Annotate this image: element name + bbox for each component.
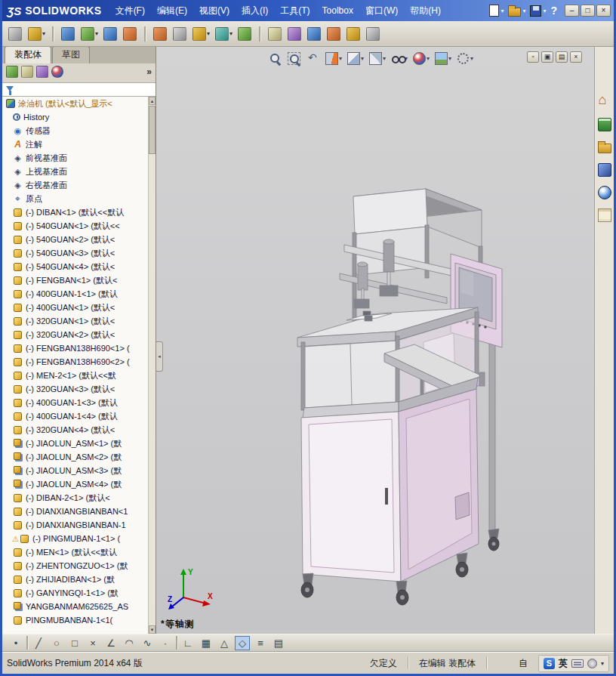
tree-item[interactable]: (-) 540GUAN<1> (默认<< [2,219,148,233]
tree-item[interactable]: (-) JIAOLUN_ASM<2> (默 [2,450,148,464]
ime-logo-icon[interactable]: S [544,658,555,669]
tree-item[interactable]: 涂油机 (默认<默认_显示< [2,97,148,110]
edit-appearance-icon[interactable]: ▾ [412,51,430,66]
menu-item[interactable]: 帮助(H) [404,0,447,21]
custom-properties-icon[interactable] [596,207,613,223]
tree-item[interactable]: (-) 540GUAN<4> (默认< [2,260,148,273]
keyboard-icon[interactable] [571,659,584,668]
toolbar-separator[interactable] [176,636,177,650]
doc-minimize-icon[interactable]: ▫ [527,51,539,63]
tree-item[interactable]: (-) 320GUAN<2> (默认< [2,328,148,341]
graphics-area[interactable]: ▾▾▾▾▾▾▾ ▫▣▤× ◂ Y X Z *等轴测 [156,47,594,634]
tree-item[interactable]: (-) 540GUAN<2> (默认< [2,233,148,246]
tree-item[interactable]: (-) 400GUAN-1<1> (默认 [2,287,148,301]
open-document-icon[interactable]: ▾ [508,5,525,17]
tree-item[interactable]: 注解 [2,137,148,151]
minimize-button[interactable]: – [565,5,579,17]
angle-snap-icon[interactable]: ∠ [103,636,119,650]
save-icon[interactable]: ▾ [530,5,546,17]
ime-menu-arrow-icon[interactable]: ▾ [601,660,604,667]
smart-fasteners-icon[interactable] [102,26,119,42]
apply-scene-icon[interactable]: ▾ [434,51,452,66]
grid-snap-icon[interactable]: ▦ [199,636,214,650]
maximize-button[interactable]: □ [581,5,595,17]
configurationmanager-tab-icon[interactable] [36,66,48,80]
linear-component-pattern-icon[interactable]: ▾ [79,26,100,42]
rotate-component-icon[interactable] [152,26,169,42]
doc-restore-icon[interactable]: ▣ [541,51,553,63]
menu-item[interactable]: 插入(I) [236,0,274,21]
point-tool-icon[interactable]: · [158,636,173,650]
zoom-fit-icon[interactable] [268,51,283,66]
tree-item[interactable]: (-) ZHENTONGZUO<1> (默 [2,559,148,573]
menu-item[interactable]: 窗口(W) [359,0,404,21]
tree-item[interactable]: 前视基准面 [2,151,148,165]
line-tool-icon[interactable]: ╱ [31,636,46,650]
machine-model[interactable] [156,47,594,634]
tree-item[interactable]: (-) DIBAN<1> (默认<<默认 [2,205,148,219]
show-hidden-components-icon[interactable] [171,26,189,42]
solidworks-resources-icon[interactable] [596,94,613,110]
tree-item[interactable]: 原点 [2,192,148,205]
tab-overflow-button[interactable]: » [146,66,152,77]
file-explorer-icon[interactable] [596,139,613,155]
tree-item[interactable]: (-) GANYINGQI-1<1> (默 [2,586,148,600]
edit-component-icon[interactable] [7,26,24,42]
display-style-icon[interactable]: ▾ [368,51,387,66]
tree-item[interactable]: (-) MEN-2<1> (默认<<默 [2,369,148,382]
tree-item[interactable]: (-) 320GUAN<1> (默认< [2,314,148,328]
tree-item[interactable]: (-) 400GUAN<1> (默认< [2,301,148,314]
toolbar-separator[interactable] [256,25,264,43]
tree-item[interactable]: (-) MEN<1> (默认<<默认 [2,545,148,559]
tree-item[interactable]: ⚠ (-) PINGMUBAN-1<1> ( [2,532,148,545]
rectangle-tool-icon[interactable]: □ [67,636,82,650]
comment-list-icon[interactable]: ≡ [253,636,268,650]
explode-line-sketch-icon[interactable] [306,26,323,42]
language-indicator[interactable]: 英 [559,657,568,670]
tree-item[interactable]: (-) DIANXIANGBIANBAN<1 [2,505,148,518]
tree-item[interactable]: (-) ZHIJIADIBAN<1> (默 [2,573,148,586]
doc-panes-icon[interactable]: ▤ [556,51,568,63]
view-settings-icon[interactable]: ▾ [456,51,474,66]
view-palette-icon[interactable] [596,162,613,177]
tree-item[interactable]: YANGBANMAM625625_AS [2,600,148,613]
reference-geometry-icon[interactable]: ▾ [214,26,234,42]
tree-item[interactable]: (-) JIAOLUN_ASM<3> (默 [2,464,148,477]
tree-item[interactable]: 上视基准面 [2,165,148,178]
plane-tool-icon[interactable]: ◇ [235,636,250,650]
exploded-view-icon[interactable] [286,26,303,42]
section-view-icon[interactable]: ▾ [325,51,343,66]
assembly-features-icon[interactable]: ▾ [191,26,211,42]
commandmanager-tab[interactable]: 草图 [52,47,90,63]
insert-components-icon[interactable]: ▾ [26,26,47,42]
tree-item[interactable]: (-) DIBAN-2<1> (默认< [2,491,148,505]
menu-item[interactable]: 工具(T) [274,0,316,21]
toolbar-separator[interactable] [26,636,28,650]
design-library-icon[interactable] [596,116,613,132]
tree-item[interactable]: PINGMUBANBAN-1<1( [2,613,148,627]
menu-item[interactable]: Toolbox [316,0,359,21]
scroll-down-icon[interactable]: ▼ [149,625,156,634]
toolbar-separator[interactable] [49,25,57,43]
menu-item[interactable]: 编辑(E) [151,0,193,21]
tree-item[interactable]: 右视基准面 [2,178,148,192]
appearances-icon[interactable] [596,184,613,200]
displaymanager-tab-icon[interactable] [51,66,63,80]
tree-item[interactable]: (-) JIAOLUN_ASM<4> (默 [2,477,148,491]
panel-collapse-handle[interactable]: ◂ [156,341,163,372]
measure-icon[interactable] [345,26,362,42]
doc-close-icon[interactable]: × [570,51,582,63]
menu-item[interactable]: 文件(F) [109,0,151,21]
toolbar-separator[interactable] [141,25,149,43]
tree-scrollbar[interactable]: ▲ ▼ [148,97,156,634]
interference-detection-icon[interactable] [325,26,343,42]
menu-item[interactable]: 视图(V) [193,0,236,21]
convert-entities-icon[interactable]: ∟ [180,636,196,650]
ime-tools-icon[interactable] [587,659,597,668]
move-component-icon[interactable] [122,26,139,42]
hide-show-items-icon[interactable]: ▾ [390,51,408,66]
tree-item[interactable]: (-) 320GUAN<4> (默认< [2,423,148,437]
section-properties-icon[interactable] [365,26,382,42]
arc-tool-icon[interactable]: ◠ [122,636,137,650]
new-motion-study-icon[interactable] [236,26,254,42]
